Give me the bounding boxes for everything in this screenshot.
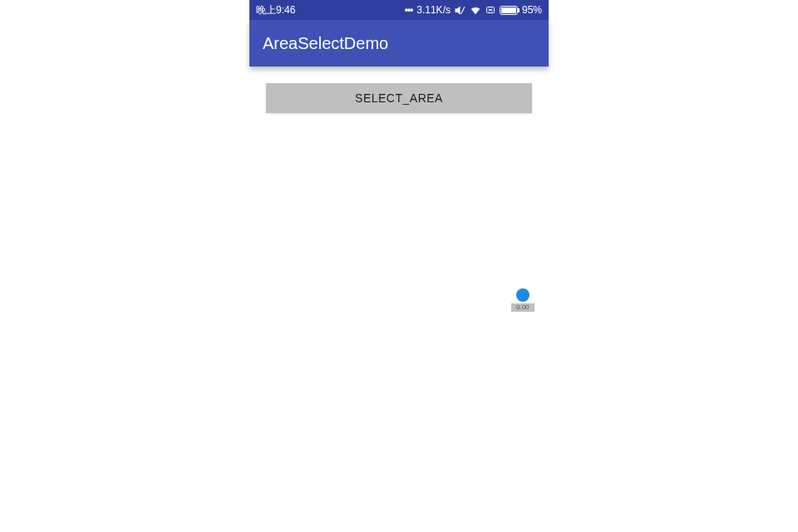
status-left: 晚上9:46 [256,3,295,17]
battery-percent: 95% [522,4,542,16]
app-title: AreaSelectDemo [263,34,388,53]
battery-icon [500,6,518,15]
network-speed: 3.11K/s [416,4,451,16]
floating-widget[interactable]: 0.00 [511,288,534,312]
main-content: SELECT_AREA [249,66,549,130]
svg-line-0 [461,7,465,14]
wifi-icon [470,4,481,16]
more-icon: ••• [405,4,413,16]
mute-icon [455,5,466,16]
floating-label: 0.00 [511,303,534,312]
status-time: 晚上9:46 [256,3,295,17]
status-bar: 晚上9:46 ••• 3.11K/s [249,0,549,20]
no-sim-icon [485,5,495,15]
device-frame: 晚上9:46 ••• 3.11K/s [249,0,549,130]
status-right: ••• 3.11K/s [405,4,542,16]
select-area-button[interactable]: SELECT_AREA [266,83,532,113]
app-bar: AreaSelectDemo [249,20,549,66]
globe-icon [516,288,530,302]
